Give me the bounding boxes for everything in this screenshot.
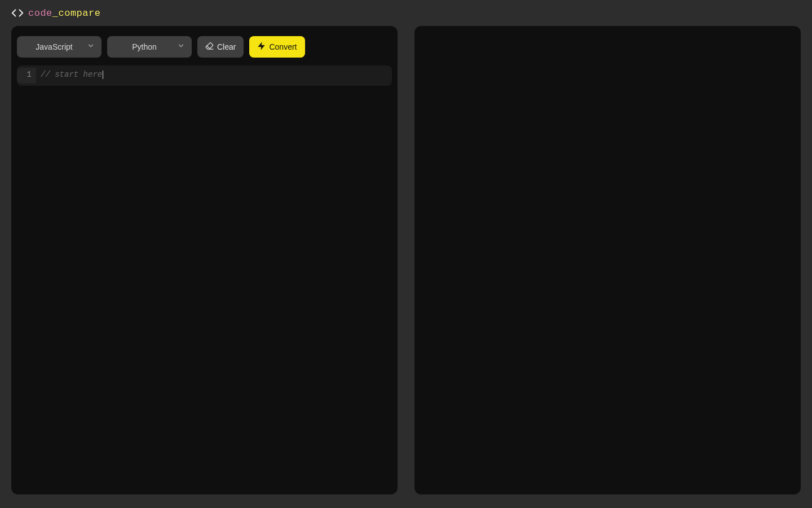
code-input-area[interactable]: // start here: [36, 68, 392, 84]
toolbar: JavaScript Python: [17, 36, 392, 65]
convert-button[interactable]: Convert: [249, 36, 304, 58]
app-title-part1: code: [28, 8, 52, 19]
target-language-select[interactable]: Python: [107, 36, 192, 58]
lightning-icon: [257, 42, 266, 52]
main-content: JavaScript Python: [0, 26, 812, 506]
source-language-select[interactable]: JavaScript: [17, 36, 102, 58]
convert-button-label: Convert: [269, 42, 297, 51]
line-gutter: 1: [17, 68, 36, 84]
target-language-value: Python: [132, 42, 157, 51]
output-panel: [414, 26, 801, 494]
svg-marker-0: [258, 42, 264, 50]
source-panel: JavaScript Python: [11, 26, 398, 494]
app-title: code_compare: [28, 8, 100, 19]
text-cursor: [103, 71, 103, 79]
eraser-icon: [205, 42, 214, 52]
target-language-select-wrap: Python: [107, 36, 192, 58]
source-language-select-wrap: JavaScript: [17, 36, 102, 58]
source-language-value: JavaScript: [36, 42, 72, 51]
code-brackets-icon: [11, 7, 24, 19]
app-title-underscore: _: [52, 8, 59, 19]
line-number: 1: [17, 70, 32, 79]
clear-button[interactable]: Clear: [197, 36, 244, 58]
code-editor[interactable]: 1 // start here: [17, 65, 392, 86]
app-header: code_compare: [0, 0, 812, 26]
clear-button-label: Clear: [217, 42, 236, 51]
app-title-part2: compare: [59, 8, 101, 19]
editor-placeholder: // start here: [41, 70, 102, 79]
